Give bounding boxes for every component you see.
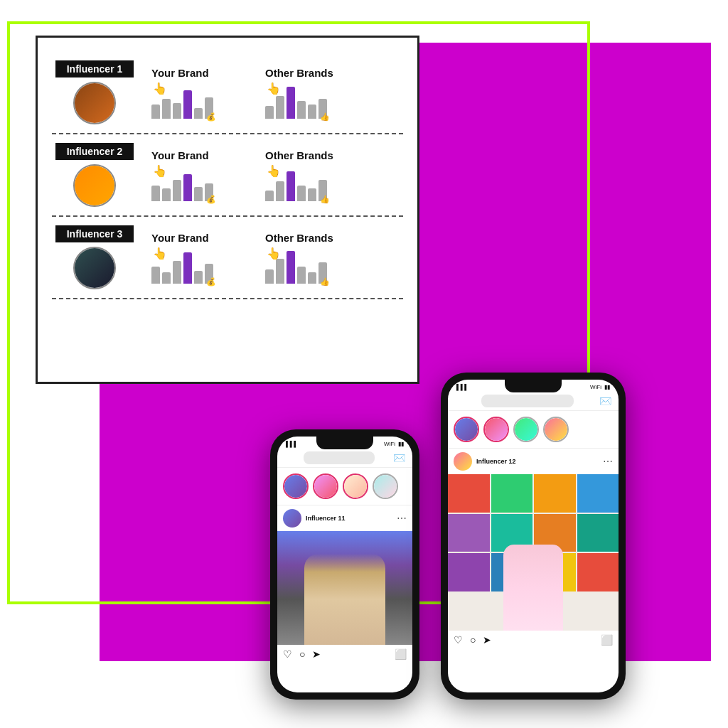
bar — [162, 99, 171, 119]
dm-icon[interactable]: ✉️ — [393, 452, 405, 464]
like-icon-small[interactable]: ♡ — [283, 648, 292, 660]
share-icon-small[interactable]: ➤ — [312, 648, 321, 660]
influencer-2-label: Influencer 2 — [55, 143, 134, 160]
post-header-small: Influencer 11 ⋯ — [277, 505, 412, 531]
phone-large-screen: ▌▌▌ WiFi ▮▮ ✉️ — [448, 380, 619, 692]
other-brands-chart-3: 👆 👍 — [265, 248, 327, 284]
your-brand-chart-3: 👆 💰 — [151, 248, 213, 284]
dm-icon-large[interactable]: ✉️ — [599, 395, 611, 407]
influencer-2-avatar — [73, 164, 116, 207]
phone-small-screen: ▌▌▌ WiFi ▮▮ ✉️ — [277, 437, 412, 692]
bar — [265, 106, 274, 119]
phones-container: ▌▌▌ WiFi ▮▮ ✉️ — [270, 373, 626, 700]
click-icon: 👆 — [153, 247, 167, 260]
story-1[interactable] — [283, 473, 309, 499]
chart-badge: 💰 — [206, 195, 216, 204]
your-brand-label-1: Your Brand — [151, 67, 209, 79]
story-large-1[interactable] — [454, 417, 479, 442]
post-photo-large — [448, 474, 619, 631]
bar — [297, 101, 306, 119]
bar — [173, 103, 181, 119]
other-brands-section-1: Other Brands 👆 👍 — [265, 67, 365, 119]
your-brand-label-2: Your Brand — [151, 149, 209, 161]
bookmark-icon-small[interactable]: ⬜ — [395, 648, 407, 660]
other-brands-section-3: Other Brands 👆 👍 — [265, 232, 365, 284]
chart-badge: 👍 — [320, 195, 330, 204]
bar — [173, 180, 181, 201]
search-bar-small[interactable] — [304, 451, 375, 464]
bar — [308, 272, 316, 284]
phone-small-notch — [316, 437, 373, 449]
chart-badge: 💰 — [206, 112, 216, 122]
bar — [194, 108, 203, 119]
story-large-2[interactable] — [483, 417, 509, 442]
influencer-row-3: Influencer 3 Your Brand 👆 💰 Other Brands… — [52, 215, 403, 299]
bar — [194, 187, 203, 201]
story-4[interactable] — [373, 473, 398, 499]
influencer-1-avatar — [73, 82, 116, 124]
influencer-3-label: Influencer 3 — [55, 225, 134, 242]
signal-icon: ▌▌▌ — [286, 441, 298, 447]
ig-header-small: ✉️ — [277, 449, 412, 468]
story-large-4[interactable] — [543, 417, 569, 442]
bar — [287, 251, 295, 284]
bar — [308, 105, 316, 119]
story-2[interactable] — [313, 473, 338, 499]
other-brands-chart-1: 👆 👍 — [265, 83, 327, 119]
your-brand-section-2: Your Brand 👆 💰 — [151, 149, 251, 201]
bar — [265, 269, 274, 284]
post-avatar-small — [283, 509, 301, 528]
chart-badge: 👍 — [320, 112, 330, 122]
post-image-small — [277, 531, 412, 645]
bar — [151, 105, 160, 119]
story-3[interactable] — [343, 473, 368, 499]
post-actions-small: ♡ ○ ➤ ⬜ — [277, 645, 412, 663]
click-icon: 👆 — [267, 164, 281, 178]
bar — [183, 174, 192, 201]
other-brands-label-2: Other Brands — [265, 149, 333, 161]
bar — [151, 267, 160, 284]
story-large-3[interactable] — [513, 417, 539, 442]
post-image-large — [448, 474, 619, 631]
phone-small: ▌▌▌ WiFi ▮▮ ✉️ — [270, 429, 419, 700]
post-actions-large: ♡ ○ ➤ ⬜ — [448, 631, 619, 649]
your-brand-label-3: Your Brand — [151, 232, 209, 244]
post-header-large: Influencer 12 ⋯ — [448, 449, 619, 474]
influencer-1-label: Influencer 1 — [55, 60, 134, 77]
share-icon-large[interactable]: ➤ — [483, 634, 491, 646]
post-more-small[interactable]: ⋯ — [397, 513, 407, 524]
comment-icon-small[interactable]: ○ — [299, 648, 305, 660]
bar — [162, 188, 171, 201]
search-bar-large[interactable] — [481, 395, 574, 407]
bar — [194, 271, 203, 284]
influencer-row-2: Influencer 2 Your Brand 👆 💰 Other Brands… — [52, 133, 403, 215]
click-icon: 👆 — [153, 164, 167, 178]
bar — [183, 252, 192, 284]
your-brand-section-3: Your Brand 👆 💰 — [151, 232, 251, 284]
bar — [183, 90, 192, 119]
post-more-large[interactable]: ⋯ — [603, 456, 613, 467]
stories-large — [448, 411, 619, 449]
bar — [297, 186, 306, 201]
wifi-icon: WiFi — [384, 441, 395, 447]
post-photo-small — [277, 531, 412, 645]
bar — [173, 261, 181, 284]
other-brands-section-2: Other Brands 👆 👍 — [265, 149, 365, 201]
post-figure-large — [503, 545, 563, 631]
bar — [287, 171, 295, 201]
bar — [297, 267, 306, 284]
other-brands-label-3: Other Brands — [265, 232, 333, 244]
bar — [276, 96, 284, 119]
bar — [276, 259, 284, 284]
wifi-icon-large: WiFi — [590, 384, 601, 390]
your-brand-section-1: Your Brand 👆 💰 — [151, 67, 251, 119]
stories-small — [277, 468, 412, 505]
phone-large: ▌▌▌ WiFi ▮▮ ✉️ — [441, 373, 626, 700]
click-icon: 👆 — [153, 82, 167, 95]
your-brand-chart-2: 👆 💰 — [151, 166, 213, 201]
post-username-small: Influencer 11 — [306, 515, 392, 522]
bar — [308, 188, 316, 201]
comment-icon-large[interactable]: ○ — [470, 634, 476, 646]
bookmark-icon-large[interactable]: ⬜ — [601, 634, 613, 646]
like-icon-large[interactable]: ♡ — [454, 634, 463, 646]
